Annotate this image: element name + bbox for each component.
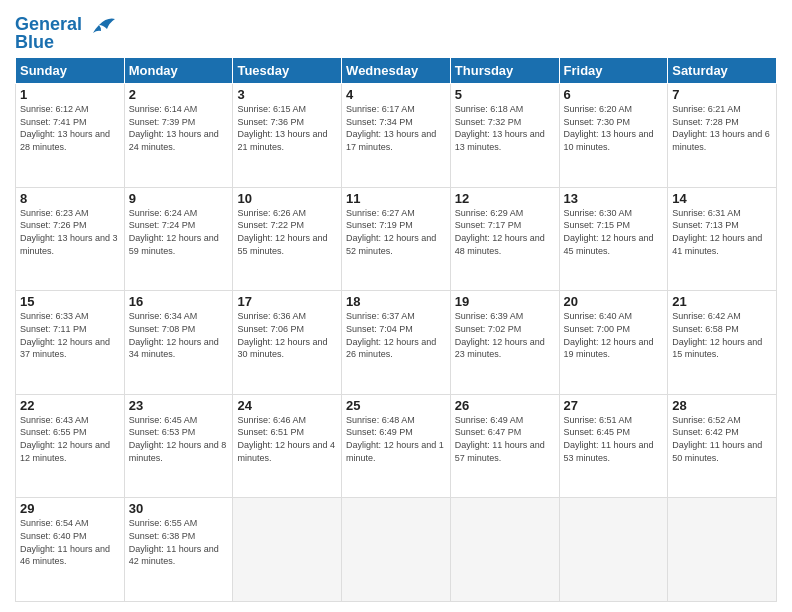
day-detail: Sunrise: 6:49 AM Sunset: 6:47 PM Dayligh… [455,414,555,464]
day-detail: Sunrise: 6:20 AM Sunset: 7:30 PM Dayligh… [564,103,664,153]
day-detail: Sunrise: 6:36 AM Sunset: 7:06 PM Dayligh… [237,310,337,360]
day-detail: Sunrise: 6:43 AM Sunset: 6:55 PM Dayligh… [20,414,120,464]
day-cell-5: 5 Sunrise: 6:18 AM Sunset: 7:32 PM Dayli… [450,84,559,188]
day-cell-26: 26 Sunrise: 6:49 AM Sunset: 6:47 PM Dayl… [450,394,559,498]
day-detail: Sunrise: 6:24 AM Sunset: 7:24 PM Dayligh… [129,207,229,257]
col-header-saturday: Saturday [668,58,777,84]
col-header-sunday: Sunday [16,58,125,84]
day-number: 15 [20,294,120,309]
empty-cell [450,498,559,602]
day-number: 6 [564,87,664,102]
day-detail: Sunrise: 6:45 AM Sunset: 6:53 PM Dayligh… [129,414,229,464]
empty-cell [559,498,668,602]
calendar-week-1: 1 Sunrise: 6:12 AM Sunset: 7:41 PM Dayli… [16,84,777,188]
day-detail: Sunrise: 6:14 AM Sunset: 7:39 PM Dayligh… [129,103,229,153]
day-cell-2: 2 Sunrise: 6:14 AM Sunset: 7:39 PM Dayli… [124,84,233,188]
col-header-friday: Friday [559,58,668,84]
day-number: 30 [129,501,229,516]
calendar-week-3: 15 Sunrise: 6:33 AM Sunset: 7:11 PM Dayl… [16,291,777,395]
day-number: 12 [455,191,555,206]
day-cell-24: 24 Sunrise: 6:46 AM Sunset: 6:51 PM Dayl… [233,394,342,498]
day-number: 28 [672,398,772,413]
calendar-table: SundayMondayTuesdayWednesdayThursdayFrid… [15,57,777,602]
empty-cell [233,498,342,602]
col-header-thursday: Thursday [450,58,559,84]
day-number: 14 [672,191,772,206]
day-number: 27 [564,398,664,413]
day-detail: Sunrise: 6:17 AM Sunset: 7:34 PM Dayligh… [346,103,446,153]
col-header-tuesday: Tuesday [233,58,342,84]
day-detail: Sunrise: 6:18 AM Sunset: 7:32 PM Dayligh… [455,103,555,153]
day-number: 19 [455,294,555,309]
day-detail: Sunrise: 6:29 AM Sunset: 7:17 PM Dayligh… [455,207,555,257]
logo-bird-icon [89,15,115,35]
empty-cell [668,498,777,602]
day-cell-13: 13 Sunrise: 6:30 AM Sunset: 7:15 PM Dayl… [559,187,668,291]
day-detail: Sunrise: 6:37 AM Sunset: 7:04 PM Dayligh… [346,310,446,360]
day-detail: Sunrise: 6:27 AM Sunset: 7:19 PM Dayligh… [346,207,446,257]
day-number: 13 [564,191,664,206]
day-number: 25 [346,398,446,413]
day-number: 10 [237,191,337,206]
day-cell-7: 7 Sunrise: 6:21 AM Sunset: 7:28 PM Dayli… [668,84,777,188]
day-cell-11: 11 Sunrise: 6:27 AM Sunset: 7:19 PM Dayl… [342,187,451,291]
day-detail: Sunrise: 6:23 AM Sunset: 7:26 PM Dayligh… [20,207,120,257]
day-cell-30: 30 Sunrise: 6:55 AM Sunset: 6:38 PM Dayl… [124,498,233,602]
day-number: 4 [346,87,446,102]
day-cell-16: 16 Sunrise: 6:34 AM Sunset: 7:08 PM Dayl… [124,291,233,395]
logo: General Blue [15,14,115,51]
day-cell-22: 22 Sunrise: 6:43 AM Sunset: 6:55 PM Dayl… [16,394,125,498]
day-detail: Sunrise: 6:42 AM Sunset: 6:58 PM Dayligh… [672,310,772,360]
logo-general: General [15,14,82,34]
day-number: 5 [455,87,555,102]
day-number: 18 [346,294,446,309]
day-cell-20: 20 Sunrise: 6:40 AM Sunset: 7:00 PM Dayl… [559,291,668,395]
day-number: 26 [455,398,555,413]
day-cell-3: 3 Sunrise: 6:15 AM Sunset: 7:36 PM Dayli… [233,84,342,188]
day-number: 1 [20,87,120,102]
day-number: 23 [129,398,229,413]
day-cell-28: 28 Sunrise: 6:52 AM Sunset: 6:42 PM Dayl… [668,394,777,498]
day-detail: Sunrise: 6:26 AM Sunset: 7:22 PM Dayligh… [237,207,337,257]
day-cell-14: 14 Sunrise: 6:31 AM Sunset: 7:13 PM Dayl… [668,187,777,291]
day-cell-1: 1 Sunrise: 6:12 AM Sunset: 7:41 PM Dayli… [16,84,125,188]
day-number: 29 [20,501,120,516]
calendar-week-4: 22 Sunrise: 6:43 AM Sunset: 6:55 PM Dayl… [16,394,777,498]
logo-blue: Blue [15,33,115,51]
day-cell-18: 18 Sunrise: 6:37 AM Sunset: 7:04 PM Dayl… [342,291,451,395]
day-number: 3 [237,87,337,102]
day-cell-23: 23 Sunrise: 6:45 AM Sunset: 6:53 PM Dayl… [124,394,233,498]
col-header-wednesday: Wednesday [342,58,451,84]
day-detail: Sunrise: 6:30 AM Sunset: 7:15 PM Dayligh… [564,207,664,257]
day-cell-27: 27 Sunrise: 6:51 AM Sunset: 6:45 PM Dayl… [559,394,668,498]
day-number: 16 [129,294,229,309]
day-cell-21: 21 Sunrise: 6:42 AM Sunset: 6:58 PM Dayl… [668,291,777,395]
day-detail: Sunrise: 6:51 AM Sunset: 6:45 PM Dayligh… [564,414,664,464]
calendar-week-2: 8 Sunrise: 6:23 AM Sunset: 7:26 PM Dayli… [16,187,777,291]
day-detail: Sunrise: 6:15 AM Sunset: 7:36 PM Dayligh… [237,103,337,153]
day-number: 7 [672,87,772,102]
day-cell-6: 6 Sunrise: 6:20 AM Sunset: 7:30 PM Dayli… [559,84,668,188]
day-cell-10: 10 Sunrise: 6:26 AM Sunset: 7:22 PM Dayl… [233,187,342,291]
day-number: 8 [20,191,120,206]
day-cell-25: 25 Sunrise: 6:48 AM Sunset: 6:49 PM Dayl… [342,394,451,498]
day-detail: Sunrise: 6:54 AM Sunset: 6:40 PM Dayligh… [20,517,120,567]
day-number: 22 [20,398,120,413]
day-number: 17 [237,294,337,309]
day-detail: Sunrise: 6:40 AM Sunset: 7:00 PM Dayligh… [564,310,664,360]
day-number: 24 [237,398,337,413]
day-detail: Sunrise: 6:31 AM Sunset: 7:13 PM Dayligh… [672,207,772,257]
col-header-monday: Monday [124,58,233,84]
day-detail: Sunrise: 6:48 AM Sunset: 6:49 PM Dayligh… [346,414,446,464]
day-detail: Sunrise: 6:21 AM Sunset: 7:28 PM Dayligh… [672,103,772,153]
day-cell-29: 29 Sunrise: 6:54 AM Sunset: 6:40 PM Dayl… [16,498,125,602]
day-detail: Sunrise: 6:33 AM Sunset: 7:11 PM Dayligh… [20,310,120,360]
day-detail: Sunrise: 6:34 AM Sunset: 7:08 PM Dayligh… [129,310,229,360]
empty-cell [342,498,451,602]
day-cell-4: 4 Sunrise: 6:17 AM Sunset: 7:34 PM Dayli… [342,84,451,188]
day-detail: Sunrise: 6:46 AM Sunset: 6:51 PM Dayligh… [237,414,337,464]
day-number: 11 [346,191,446,206]
day-cell-9: 9 Sunrise: 6:24 AM Sunset: 7:24 PM Dayli… [124,187,233,291]
calendar-week-5: 29 Sunrise: 6:54 AM Sunset: 6:40 PM Dayl… [16,498,777,602]
day-detail: Sunrise: 6:12 AM Sunset: 7:41 PM Dayligh… [20,103,120,153]
